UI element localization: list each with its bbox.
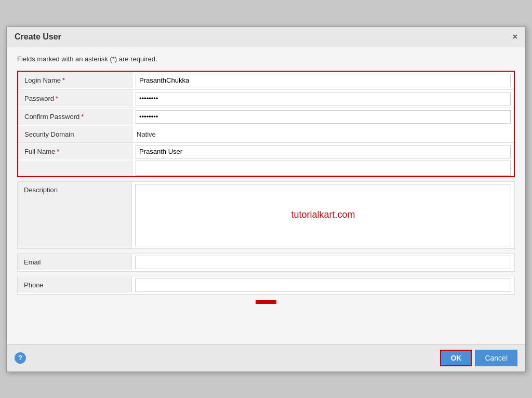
extra-label — [18, 161, 132, 176]
required-note: Fields marked with an asterisk (*) are r… — [17, 55, 515, 63]
dialog-title: Create User — [15, 32, 61, 42]
confirm-password-value-cell — [132, 108, 514, 126]
password-row: Password* — [18, 90, 514, 108]
full-name-row: Full Name* — [18, 143, 514, 161]
dialog-footer: ? OK Cancel — [7, 344, 525, 372]
description-row: Description tutorialkart.com — [17, 181, 515, 249]
full-name-value-cell — [132, 143, 514, 161]
email-row: Email — [17, 253, 515, 272]
full-name-label: Full Name* — [18, 143, 132, 160]
password-value-cell — [132, 90, 514, 108]
dialog-header: Create User × — [7, 27, 525, 47]
email-label: Email — [18, 254, 132, 270]
password-input[interactable] — [136, 92, 511, 105]
confirm-password-required: * — [81, 113, 84, 121]
spacer — [17, 295, 515, 336]
full-name-input[interactable] — [136, 145, 511, 158]
description-value-cell: tutorialkart.com — [132, 182, 514, 248]
login-name-label: Login Name* — [18, 72, 132, 88]
divider — [17, 295, 515, 308]
email-input[interactable] — [135, 256, 511, 269]
close-button[interactable]: × — [513, 33, 517, 41]
confirm-password-label: Confirm Password* — [18, 109, 132, 125]
create-user-dialog: Create User × Fields marked with an aste… — [6, 26, 526, 372]
description-watermark: tutorialkart.com — [135, 184, 511, 246]
extra-input[interactable] — [136, 161, 511, 176]
confirm-password-input[interactable] — [136, 110, 511, 124]
dialog-overlay: Create User × Fields marked with an aste… — [0, 0, 532, 398]
dialog-body: Fields marked with an asterisk (*) are r… — [7, 47, 525, 344]
email-value-cell — [132, 254, 514, 271]
confirm-password-row: Confirm Password* — [18, 108, 514, 126]
footer-buttons: OK Cancel — [440, 350, 517, 366]
login-name-required: * — [62, 76, 65, 84]
phone-label: Phone — [18, 277, 132, 293]
login-name-value-cell — [132, 72, 514, 89]
security-domain-value-cell: Native — [132, 128, 514, 140]
phone-input[interactable] — [135, 278, 511, 292]
extra-row — [18, 161, 514, 176]
security-domain-row: Security Domain Native — [18, 126, 514, 143]
phone-row: Phone — [17, 276, 515, 295]
phone-value-cell — [132, 276, 514, 294]
login-name-input[interactable] — [136, 74, 511, 87]
cancel-button[interactable]: Cancel — [475, 350, 517, 366]
help-icon[interactable]: ? — [15, 352, 26, 364]
password-required: * — [56, 95, 58, 102]
description-label: Description — [18, 182, 132, 248]
security-domain-value: Native — [136, 128, 157, 140]
ok-button[interactable]: OK — [440, 350, 472, 366]
full-name-required: * — [57, 148, 59, 155]
security-domain-label: Security Domain — [18, 126, 132, 142]
divider-bar — [256, 300, 276, 304]
login-name-row: Login Name* — [18, 72, 514, 90]
password-label: Password* — [18, 90, 132, 107]
form-required-section: Login Name* Password* — [17, 71, 515, 177]
